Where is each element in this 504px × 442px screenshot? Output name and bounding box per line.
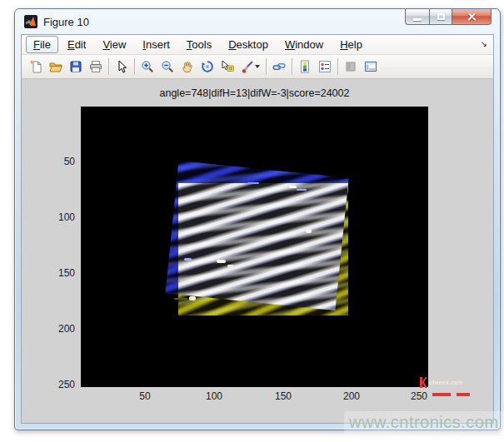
brush-dropdown-icon[interactable] bbox=[255, 65, 260, 68]
restore-button[interactable] bbox=[429, 9, 452, 25]
menu-view[interactable]: View bbox=[95, 36, 133, 53]
hide-plot-tools-button[interactable] bbox=[341, 57, 361, 77]
legend-icon bbox=[318, 60, 332, 73]
toolbar-separator bbox=[134, 58, 135, 75]
insert-colorbar-button[interactable] bbox=[295, 57, 315, 77]
menu-tools[interactable]: Tools bbox=[179, 36, 219, 53]
insert-legend-button[interactable] bbox=[315, 57, 335, 77]
show-plot-tools-icon bbox=[364, 60, 377, 73]
minimize-icon bbox=[413, 18, 422, 21]
data-cursor-icon bbox=[221, 60, 234, 73]
close-icon bbox=[467, 12, 477, 22]
close-button[interactable] bbox=[452, 9, 492, 25]
menu-help[interactable]: Help bbox=[332, 36, 370, 53]
open-file-button[interactable] bbox=[46, 57, 66, 77]
menu-edit[interactable]: Edit bbox=[60, 36, 93, 53]
y-tick-label: 150 bbox=[45, 267, 75, 279]
zoom-out-button[interactable] bbox=[157, 57, 177, 77]
menu-insert[interactable]: Insert bbox=[135, 36, 177, 53]
zoom-in-button[interactable] bbox=[137, 57, 157, 77]
cntronics-watermark: www.cntronics.com bbox=[344, 411, 504, 434]
x-tick-label: 100 bbox=[197, 390, 231, 402]
figure-toolbar bbox=[22, 55, 493, 79]
y-tick-label: 250 bbox=[45, 379, 75, 390]
ofweek-dash bbox=[432, 393, 451, 396]
image-overlap-region bbox=[178, 183, 348, 315]
y-tick-label: 50 bbox=[45, 156, 75, 167]
hide-plot-tools-icon bbox=[344, 60, 357, 73]
y-tick-label: 200 bbox=[45, 323, 75, 335]
plot-axes[interactable] bbox=[81, 107, 428, 387]
feature-mark bbox=[247, 182, 259, 184]
save-icon bbox=[69, 60, 82, 73]
overlap-fringes bbox=[178, 183, 348, 310]
restore-icon bbox=[437, 13, 445, 20]
menu-overflow-icon[interactable]: ↘ bbox=[481, 39, 487, 48]
toolbar-separator bbox=[108, 58, 109, 75]
minimize-button[interactable] bbox=[405, 9, 429, 25]
toolbar-separator bbox=[337, 58, 338, 75]
brush-data-button[interactable] bbox=[237, 57, 263, 77]
y-tick-label: 100 bbox=[45, 211, 75, 223]
brush-icon bbox=[241, 60, 254, 73]
printer-icon bbox=[89, 60, 102, 73]
pan-button[interactable] bbox=[177, 57, 197, 77]
ofweek-logo-icon bbox=[419, 377, 427, 388]
new-figure-button[interactable] bbox=[26, 57, 46, 77]
toolbar-separator bbox=[292, 58, 292, 75]
zoom-out-icon bbox=[161, 60, 174, 73]
colorbar-icon bbox=[298, 60, 312, 73]
figure-client-area: File Edit View Insert Tools Desktop Wind… bbox=[21, 34, 494, 424]
window-title: Figure 10 bbox=[43, 16, 89, 28]
save-figure-button[interactable] bbox=[66, 57, 86, 77]
link-icon bbox=[272, 60, 286, 73]
rotate-3d-icon bbox=[201, 60, 214, 73]
toolbar-separator bbox=[266, 58, 267, 75]
feature-mark bbox=[306, 229, 312, 233]
menu-file[interactable]: File bbox=[26, 36, 58, 53]
title-bar[interactable]: Figure 10 bbox=[15, 9, 500, 34]
x-tick-label: 150 bbox=[267, 390, 300, 402]
feature-mark bbox=[217, 260, 226, 263]
print-figure-button[interactable] bbox=[86, 57, 106, 77]
menu-window[interactable]: Window bbox=[277, 36, 331, 53]
open-folder-icon bbox=[49, 60, 62, 73]
pointer-icon bbox=[115, 60, 128, 73]
new-figure-icon bbox=[29, 60, 42, 73]
feature-mark bbox=[297, 189, 307, 191]
x-tick-label: 200 bbox=[335, 390, 368, 402]
figure-window: Figure 10 File Edit View Insert Tools De… bbox=[14, 8, 501, 430]
edit-plot-button[interactable] bbox=[112, 57, 132, 77]
feature-mark bbox=[184, 258, 192, 261]
zoom-in-icon bbox=[141, 60, 154, 73]
rotate-3d-button[interactable] bbox=[197, 57, 217, 77]
menu-bar: File Edit View Insert Tools Desktop Wind… bbox=[22, 35, 493, 55]
feature-mark bbox=[189, 296, 196, 300]
matlab-icon bbox=[24, 15, 37, 28]
data-cursor-button[interactable] bbox=[217, 57, 237, 77]
ofweek-watermark-text: ofweek.com bbox=[429, 380, 462, 385]
ofweek-watermark: ofweek.com bbox=[419, 377, 494, 396]
feature-mark bbox=[227, 265, 234, 267]
hand-icon bbox=[181, 60, 194, 73]
show-plot-tools-button[interactable] bbox=[361, 57, 381, 77]
plot-title: angle=748|difH=13|difW=-3|score=24002 bbox=[81, 87, 428, 99]
ofweek-dash bbox=[457, 393, 470, 396]
menu-desktop[interactable]: Desktop bbox=[221, 36, 276, 53]
link-plot-button[interactable] bbox=[269, 57, 289, 77]
figure-canvas: angle=748|difH=13|difW=-3|score=24002 50 bbox=[22, 79, 493, 424]
x-tick-label: 50 bbox=[128, 390, 162, 402]
feature-mark bbox=[174, 298, 187, 300]
feature-mark bbox=[289, 186, 297, 188]
